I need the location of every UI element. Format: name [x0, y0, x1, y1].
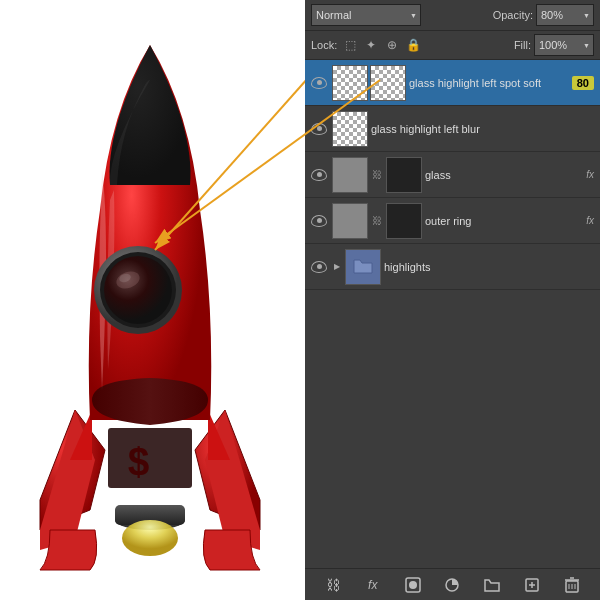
svg-point-2: [122, 520, 178, 556]
svg-text:$: $: [128, 441, 149, 483]
eye-icon: [311, 77, 327, 89]
fill-select[interactable]: 100% 80% 50%: [534, 34, 594, 56]
checkerboard-lock-icon[interactable]: ⬚: [342, 37, 358, 53]
layer-item[interactable]: glass highlight left blur: [305, 106, 600, 152]
svg-rect-3: [108, 428, 192, 488]
fill-label: Fill:: [514, 39, 531, 51]
move-lock-icon[interactable]: ✦: [363, 37, 379, 53]
layer-thumbnail-secondary: [370, 65, 406, 101]
layer-thumbnail-primary: [332, 203, 368, 239]
layer-thumbs: [332, 65, 406, 101]
layer-item-folder[interactable]: ▶ highlights: [305, 244, 600, 290]
opacity-wrapper: Opacity: 80% 100% 50%: [493, 4, 594, 26]
layer-fx-badge: fx: [586, 169, 594, 180]
layer-thumbs: [332, 111, 368, 147]
fill-wrapper: Fill: 100% 80% 50%: [514, 34, 594, 56]
layer-visibility-toggle[interactable]: [309, 73, 329, 93]
layer-name: glass: [425, 169, 583, 181]
layer-name: glass highlight left blur: [371, 123, 596, 135]
eye-icon: [311, 169, 327, 181]
fill-select-wrapper: 100% 80% 50%: [534, 34, 594, 56]
opacity-select[interactable]: 80% 100% 50%: [536, 4, 594, 26]
layer-item[interactable]: ⛓ outer ring fx: [305, 198, 600, 244]
layer-thumbnail-secondary: [386, 203, 422, 239]
opacity-select-wrapper: 80% 100% 50%: [536, 4, 594, 26]
layer-item[interactable]: ⛓ glass fx: [305, 152, 600, 198]
folder-collapse-arrow[interactable]: ▶: [332, 262, 342, 272]
layers-list: glass highlight left spot soft 80 glass …: [305, 60, 600, 568]
layer-thumbnail-primary: [345, 249, 381, 285]
layer-name: glass highlight left spot soft: [409, 77, 569, 89]
layer-thumbs: ⛓: [332, 157, 422, 193]
layer-thumbs: [345, 249, 381, 285]
blend-mode-select[interactable]: Normal Dissolve Multiply Screen Overlay: [311, 4, 421, 26]
adjustment-icon[interactable]: [442, 575, 462, 595]
layer-link-icon: ⛓: [370, 168, 384, 182]
layer-link-icon: ⛓: [370, 214, 384, 228]
layer-thumbs: ⛓: [332, 203, 422, 239]
svg-point-8: [104, 256, 172, 324]
layer-visibility-toggle[interactable]: [309, 211, 329, 231]
canvas-area: $ $: [0, 0, 310, 600]
eye-icon: [311, 215, 327, 227]
layer-fx-badge: fx: [586, 215, 594, 226]
mask-icon[interactable]: [403, 575, 423, 595]
blend-mode-wrapper: Normal Dissolve Multiply Screen Overlay: [311, 4, 421, 26]
rocket: $ $: [20, 30, 290, 590]
position-lock-icon[interactable]: ⊕: [384, 37, 400, 53]
layer-visibility-toggle[interactable]: [309, 257, 329, 277]
new-group-icon[interactable]: [482, 575, 502, 595]
layer-name: outer ring: [425, 215, 583, 227]
blend-opacity-row: Normal Dissolve Multiply Screen Overlay …: [305, 0, 600, 31]
layer-item[interactable]: glass highlight left spot soft 80: [305, 60, 600, 106]
panel-bottom-toolbar: ⛓ fx: [305, 568, 600, 600]
layer-opacity-badge: 80: [572, 76, 594, 90]
all-lock-icon[interactable]: 🔒: [405, 37, 421, 53]
layer-thumbnail-primary: [332, 65, 368, 101]
layers-panel: Normal Dissolve Multiply Screen Overlay …: [305, 0, 600, 600]
layer-thumbnail-secondary: [386, 157, 422, 193]
fx-icon[interactable]: fx: [363, 575, 383, 595]
layer-visibility-toggle[interactable]: [309, 165, 329, 185]
layer-thumbnail-primary: [332, 157, 368, 193]
new-layer-icon[interactable]: [522, 575, 542, 595]
eye-icon: [311, 123, 327, 135]
layer-name: highlights: [384, 261, 596, 273]
trash-icon[interactable]: [562, 575, 582, 595]
layer-thumbnail-primary: [332, 111, 368, 147]
eye-icon: [311, 261, 327, 273]
link-icon[interactable]: ⛓: [323, 575, 343, 595]
lock-label: Lock:: [311, 39, 337, 51]
lock-row: Lock: ⬚ ✦ ⊕ 🔒 Fill: 100% 80% 50%: [305, 31, 600, 60]
svg-point-14: [409, 581, 417, 589]
layer-visibility-toggle[interactable]: [309, 119, 329, 139]
opacity-label: Opacity:: [493, 9, 533, 21]
